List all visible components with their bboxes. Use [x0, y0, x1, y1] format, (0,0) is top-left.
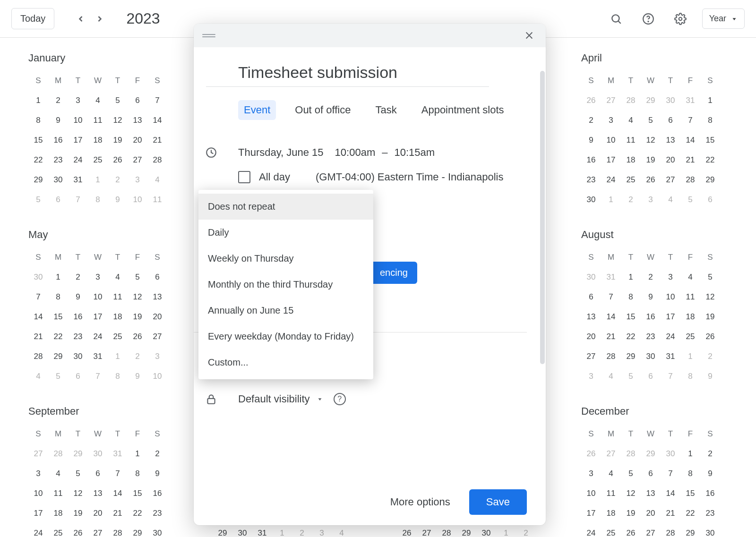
event-date-field[interactable]: Thursday, June 15 — [238, 146, 324, 159]
day-cell[interactable]: 30 — [661, 444, 680, 464]
day-cell[interactable]: 27 — [88, 523, 108, 537]
day-cell[interactable]: 31 — [88, 347, 108, 367]
day-cell[interactable]: 11 — [88, 111, 108, 130]
day-cell[interactable]: 28 — [108, 523, 128, 537]
day-cell[interactable]: 18 — [621, 150, 641, 170]
day-cell[interactable]: 30 — [641, 347, 661, 367]
repeat-option-daily[interactable]: Daily — [198, 220, 373, 246]
dialog-scrollbar-track[interactable] — [540, 71, 545, 416]
day-cell[interactable]: 13 — [581, 307, 601, 327]
day-cell[interactable]: 13 — [88, 484, 108, 503]
day-cell[interactable]: 4 — [661, 190, 680, 210]
day-cell[interactable]: 29 — [456, 523, 476, 537]
day-cell[interactable]: 27 — [601, 444, 621, 464]
day-cell[interactable]: 21 — [28, 327, 48, 347]
all-day-checkbox[interactable] — [238, 171, 250, 183]
day-cell[interactable]: 5 — [108, 91, 128, 111]
day-cell[interactable]: 29 — [213, 523, 232, 537]
day-cell[interactable]: 2 — [581, 111, 601, 130]
day-cell[interactable]: 10 — [661, 287, 680, 307]
day-cell[interactable]: 19 — [641, 150, 661, 170]
day-cell[interactable]: 3 — [68, 91, 88, 111]
day-cell[interactable]: 24 — [68, 150, 88, 170]
day-cell[interactable]: 29 — [680, 523, 700, 537]
day-cell[interactable]: 15 — [680, 484, 700, 503]
day-cell[interactable]: 12 — [108, 111, 128, 130]
day-cell[interactable]: 12 — [128, 287, 147, 307]
day-cell[interactable]: 4 — [601, 367, 621, 386]
tab-out-of-office[interactable]: Out of office — [289, 100, 356, 120]
day-cell[interactable]: 16 — [68, 307, 88, 327]
day-cell[interactable]: 2 — [621, 190, 641, 210]
day-cell[interactable]: 5 — [680, 190, 700, 210]
day-cell[interactable]: 1 — [108, 347, 128, 367]
day-cell[interactable]: 10 — [128, 190, 147, 210]
day-cell[interactable]: 12 — [621, 484, 641, 503]
day-cell[interactable]: 22 — [700, 150, 720, 170]
day-cell[interactable]: 18 — [108, 307, 128, 327]
save-button[interactable]: Save — [469, 489, 527, 515]
day-cell[interactable]: 1 — [88, 170, 108, 190]
day-cell[interactable]: 21 — [680, 150, 700, 170]
day-cell[interactable]: 6 — [641, 367, 661, 386]
settings-button[interactable] — [670, 9, 691, 29]
day-cell[interactable]: 15 — [621, 307, 641, 327]
day-cell[interactable]: 4 — [147, 170, 167, 190]
repeat-option-annually[interactable]: Annually on June 15 — [198, 298, 373, 324]
day-cell[interactable]: 27 — [641, 523, 661, 537]
day-cell[interactable]: 16 — [641, 307, 661, 327]
day-cell[interactable]: 30 — [147, 523, 167, 537]
day-cell[interactable]: 1 — [28, 91, 48, 111]
day-cell[interactable]: 3 — [661, 267, 680, 287]
day-cell[interactable]: 20 — [581, 327, 601, 347]
close-dialog-button[interactable] — [521, 27, 537, 43]
day-cell[interactable]: 30 — [581, 190, 601, 210]
day-cell[interactable]: 22 — [28, 150, 48, 170]
day-cell[interactable]: 9 — [68, 287, 88, 307]
day-cell[interactable]: 26 — [581, 444, 601, 464]
day-cell[interactable]: 23 — [147, 503, 167, 523]
day-cell[interactable]: 23 — [700, 503, 720, 523]
add-conferencing-button[interactable]: encing — [370, 262, 417, 284]
day-cell[interactable]: 1 — [680, 444, 700, 464]
day-cell[interactable]: 30 — [68, 347, 88, 367]
day-cell[interactable]: 29 — [621, 347, 641, 367]
help-button[interactable] — [638, 9, 659, 29]
day-cell[interactable]: 4 — [28, 367, 48, 386]
day-cell[interactable]: 7 — [601, 287, 621, 307]
day-cell[interactable]: 18 — [601, 503, 621, 523]
day-cell[interactable]: 20 — [128, 130, 147, 150]
day-cell[interactable]: 4 — [601, 464, 621, 484]
day-cell[interactable]: 19 — [68, 503, 88, 523]
day-cell[interactable]: 27 — [147, 327, 167, 347]
day-cell[interactable]: 6 — [641, 464, 661, 484]
day-cell[interactable]: 28 — [621, 91, 641, 111]
day-cell[interactable]: 3 — [28, 464, 48, 484]
day-cell[interactable]: 30 — [476, 523, 496, 537]
tab-event[interactable]: Event — [238, 100, 276, 120]
day-cell[interactable]: 13 — [147, 287, 167, 307]
day-cell[interactable]: 31 — [601, 267, 621, 287]
day-cell[interactable]: 23 — [581, 170, 601, 190]
visibility-select[interactable]: Default visibility — [238, 393, 310, 405]
event-end-time-field[interactable]: 10:15am — [394, 146, 435, 159]
view-selector[interactable]: Year — [702, 9, 745, 29]
repeat-option-every-weekday[interactable]: Every weekday (Monday to Friday) — [198, 324, 373, 349]
more-options-button[interactable]: More options — [385, 491, 456, 513]
day-cell[interactable]: 9 — [48, 111, 68, 130]
day-cell[interactable]: 5 — [68, 464, 88, 484]
day-cell[interactable]: 20 — [641, 503, 661, 523]
day-cell[interactable]: 25 — [48, 523, 68, 537]
search-button[interactable] — [606, 9, 627, 29]
day-cell[interactable]: 29 — [68, 444, 88, 464]
day-cell[interactable]: 25 — [108, 327, 128, 347]
day-cell[interactable]: 2 — [68, 267, 88, 287]
day-cell[interactable]: 4 — [88, 91, 108, 111]
day-cell[interactable]: 11 — [108, 287, 128, 307]
day-cell[interactable]: 1 — [680, 347, 700, 367]
day-cell[interactable]: 8 — [680, 464, 700, 484]
day-cell[interactable]: 17 — [661, 307, 680, 327]
day-cell[interactable]: 16 — [581, 150, 601, 170]
day-cell[interactable]: 21 — [108, 503, 128, 523]
day-cell[interactable]: 22 — [128, 503, 147, 523]
